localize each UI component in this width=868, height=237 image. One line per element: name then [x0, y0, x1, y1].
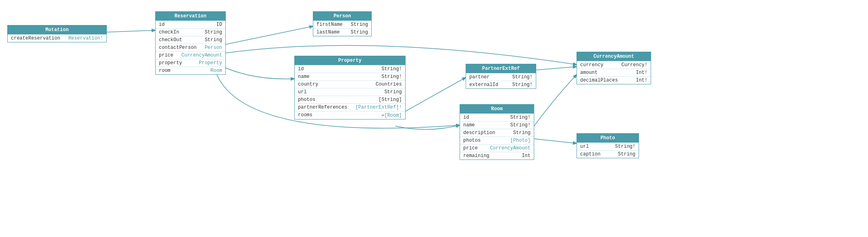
table-row: rooms ⇌[Room] [295, 111, 405, 119]
field-name: checkIn [159, 29, 179, 35]
field-type: Countries [376, 82, 402, 87]
entity-property: Property id String! name String! country… [294, 56, 406, 120]
field-name: contactPerson [159, 45, 197, 50]
field-type: ID [216, 22, 222, 27]
table-row: country Countries [295, 80, 405, 88]
entity-partner-ext-ref-header: PartnerExtRef [466, 64, 536, 73]
entity-reservation-header: Reservation [156, 12, 225, 21]
field-name: url [298, 89, 307, 95]
table-row: name String! [295, 73, 405, 80]
field-name: url [580, 144, 589, 149]
entity-mutation-header: Mutation [8, 25, 106, 34]
table-row: firstName String [313, 21, 371, 28]
table-row: checkIn String [156, 28, 225, 36]
field-name: property [159, 60, 182, 66]
table-row: decimalPlaces Int! [577, 76, 651, 84]
field-name: photos [298, 97, 315, 103]
entity-partner-ext-ref: PartnerExtRef partner String! externalId… [466, 64, 536, 89]
field-type: Room [210, 68, 222, 73]
field-name: createReservation [11, 36, 60, 41]
table-row: url String [295, 88, 405, 96]
entity-person-header: Person [313, 12, 371, 21]
field-name: remaining [463, 153, 489, 159]
field-name: externalId [469, 82, 498, 88]
field-name: firstName [316, 22, 343, 27]
table-row: photos [String] [295, 96, 405, 103]
field-type: [Photo] [510, 138, 531, 143]
field-name: room [159, 68, 171, 73]
entity-person: Person firstName String lastName String [313, 11, 372, 36]
table-row: remaining Int [460, 152, 534, 159]
table-row: id String! [295, 65, 405, 73]
field-type: String! [510, 115, 531, 120]
table-row: id ID [156, 21, 225, 28]
field-type: String [618, 151, 635, 157]
table-row: contactPerson Person [156, 44, 225, 51]
field-name: photos [463, 138, 481, 143]
field-name: lastName [316, 29, 340, 35]
field-type: Int! [636, 70, 647, 76]
field-type: String [384, 89, 402, 95]
field-type: Property [199, 60, 222, 66]
field-type: Person [205, 45, 222, 50]
field-type: String [205, 29, 222, 35]
entity-property-header: Property [295, 56, 405, 65]
table-row: amount Int! [577, 69, 651, 76]
entity-photo-header: Photo [577, 134, 639, 143]
table-row: partnerReferences [PartnerExtRef]! [295, 103, 405, 111]
table-row: caption String [577, 150, 639, 158]
field-name: partnerReferences [298, 105, 347, 110]
field-name: currency [580, 62, 604, 68]
table-row: partner String! [466, 73, 536, 81]
field-type: CurrencyAmount [490, 145, 531, 151]
field-type: String! [381, 74, 402, 80]
field-type: String! [512, 82, 533, 88]
table-row: photos [Photo] [460, 136, 534, 144]
table-row: description String [460, 129, 534, 136]
field-name: description [463, 130, 495, 136]
table-row: price CurrencyAmount [460, 144, 534, 152]
field-type: String [351, 22, 368, 27]
field-name: id [159, 22, 164, 27]
table-row: property Property [156, 59, 225, 67]
table-row: url String! [577, 143, 639, 150]
field-name: id [463, 115, 469, 120]
field-type: Int [522, 153, 531, 159]
field-type: Currency! [621, 62, 647, 68]
connections-svg [0, 0, 868, 237]
field-name: decimalPlaces [580, 78, 618, 83]
field-name: caption [580, 151, 600, 157]
field-type: CurrencyAmount [181, 52, 222, 58]
field-name: price [463, 145, 478, 151]
field-name: name [463, 122, 475, 128]
field-type: Int! [636, 78, 647, 83]
entity-photo: Photo url String! caption String [577, 133, 639, 158]
table-row: lastName String [313, 28, 371, 36]
entity-currency-amount-header: CurrencyAmount [577, 52, 651, 61]
table-row: currency Currency! [577, 61, 651, 69]
field-type: ⇌[Room] [381, 112, 402, 118]
field-type: String! [615, 144, 635, 149]
field-type: String! [381, 66, 402, 72]
field-name: id [298, 66, 304, 72]
field-name: price [159, 52, 173, 58]
diagram-canvas: Mutation createReservation Reservation! … [0, 0, 868, 237]
table-row: name String! [460, 121, 534, 129]
field-name: country [298, 82, 318, 87]
field-name: checkOut [159, 37, 182, 43]
entity-currency-amount: CurrencyAmount currency Currency! amount… [577, 52, 651, 84]
field-name: name [298, 74, 310, 80]
table-row: externalId String! [466, 81, 536, 88]
entity-reservation: Reservation id ID checkIn String checkOu… [155, 11, 226, 75]
field-name: partner [469, 74, 489, 80]
field-type: Reservation! [68, 36, 103, 41]
table-row: id String! [460, 113, 534, 121]
field-type: String! [512, 74, 533, 80]
table-row: room Room [156, 67, 225, 74]
field-name: rooms [298, 112, 312, 118]
field-type: String! [510, 122, 531, 128]
field-type: [PartnerExtRef]! [355, 105, 402, 110]
entity-mutation: Mutation createReservation Reservation! [7, 25, 107, 42]
field-name: amount [580, 70, 597, 76]
entity-room: Room id String! name String! description… [460, 104, 534, 160]
